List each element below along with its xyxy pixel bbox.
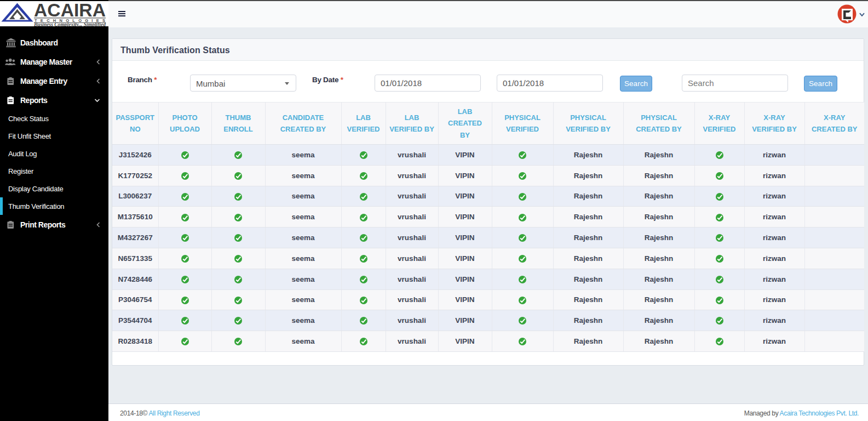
svg-text:ACAIRA: ACAIRA xyxy=(34,1,106,20)
svg-text:Business Complexity... Simplif: Business Complexity... Simplified xyxy=(33,21,106,26)
